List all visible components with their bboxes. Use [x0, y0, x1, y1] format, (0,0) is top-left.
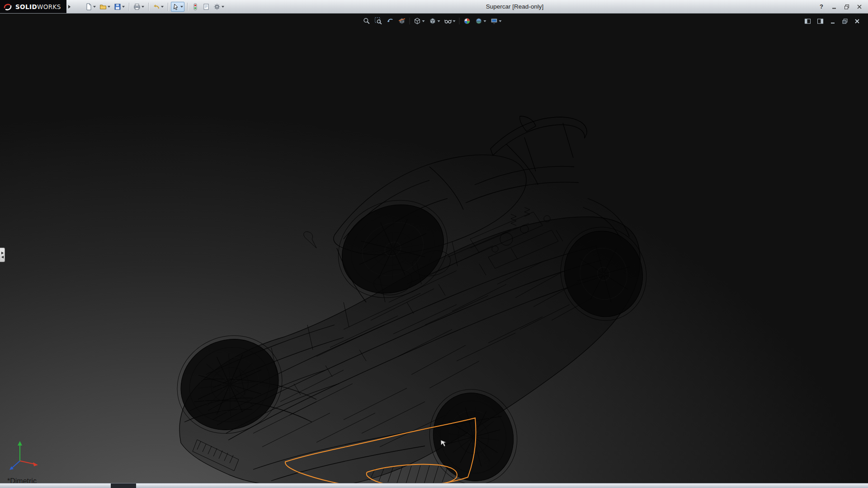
heads-up-view-toolbar [362, 16, 503, 26]
taskbar[interactable] [0, 483, 868, 488]
select-cursor-icon [172, 3, 179, 10]
dassault-systemes-logo-icon [3, 2, 13, 12]
minimize-button[interactable] [829, 2, 839, 11]
toolbar-separator [168, 3, 168, 11]
edit-appearance-button[interactable] [462, 16, 472, 26]
appearance-ball-icon [463, 17, 471, 25]
scene-sphere-icon [475, 17, 483, 25]
solidworks-wordmark: SOLIDWORKS [15, 3, 61, 10]
section-view-button[interactable] [397, 16, 407, 26]
zoom-fit-icon [363, 17, 371, 25]
menubar: SOLIDWORKS [0, 0, 868, 14]
save-icon [114, 3, 121, 10]
view-orientation-label: *Dimetric [7, 477, 37, 483]
display-style-cube-icon [429, 17, 437, 25]
close-button[interactable] [854, 2, 864, 11]
previous-view-icon [387, 17, 394, 25]
pane-right-icon [817, 18, 824, 24]
collapse-pane-arrow-icon [1, 256, 4, 258]
model-wireframe-supercar[interactable] [0, 13, 868, 483]
taskbar-item[interactable] [111, 483, 136, 488]
print-button[interactable] [132, 2, 146, 12]
print-icon [133, 3, 141, 10]
toolbar-separator [187, 3, 188, 11]
previous-view-button[interactable] [385, 16, 396, 26]
options-button[interactable] [212, 2, 226, 12]
view-orientation-cube-icon [414, 17, 421, 25]
close-icon [857, 4, 862, 9]
restore-icon [844, 4, 849, 9]
document-restore-icon [842, 18, 848, 24]
help-button[interactable]: ? [816, 2, 826, 11]
eyeglasses-icon [444, 17, 452, 25]
document-minimize-icon [830, 18, 836, 24]
view-settings-icon [491, 17, 498, 25]
document-close-icon [854, 18, 860, 24]
minimize-icon [831, 4, 837, 9]
toolbar-separator [129, 3, 129, 11]
new-document-icon [85, 3, 92, 10]
undo-button[interactable] [151, 2, 165, 12]
toolbar-separator [410, 18, 410, 24]
view-orientation-button[interactable] [412, 16, 426, 26]
window-title: Supercar [Read-only] [486, 0, 544, 13]
open-folder-icon [99, 3, 107, 10]
restore-button[interactable] [842, 2, 852, 11]
select-button[interactable] [171, 2, 184, 12]
zoom-to-area-button[interactable] [373, 16, 384, 26]
document-close-button[interactable] [853, 17, 862, 26]
pane-left-button[interactable] [803, 17, 812, 26]
apply-scene-button[interactable] [474, 16, 488, 26]
reference-triad [8, 437, 44, 471]
document-restore-button[interactable] [840, 17, 849, 26]
feature-pane-splitter[interactable] [0, 248, 5, 262]
options-gear-icon [213, 3, 221, 10]
toolbar-separator [459, 18, 460, 24]
section-view-icon [398, 17, 406, 25]
menu-expand-arrow[interactable] [66, 0, 73, 13]
file-properties-icon [203, 3, 210, 10]
pane-left-icon [804, 18, 811, 24]
undo-arrow-icon [153, 3, 160, 10]
standard-toolbar [84, 2, 226, 12]
save-button[interactable] [113, 2, 126, 12]
solidworks-logo[interactable]: SOLIDWORKS [0, 0, 66, 13]
view-settings-button[interactable] [489, 16, 503, 26]
expand-pane-arrow-icon [1, 252, 4, 254]
document-window-controls [803, 17, 862, 26]
rebuild-button[interactable] [190, 2, 200, 12]
open-button[interactable] [98, 2, 112, 12]
window-controls: ? [816, 0, 864, 13]
graphics-viewport[interactable]: *Dimetric [0, 13, 868, 483]
new-document-button[interactable] [84, 2, 97, 12]
toolbar-separator [148, 3, 149, 11]
solidworks-window: SOLIDWORKS [0, 0, 868, 488]
display-style-button[interactable] [428, 16, 442, 26]
help-icon: ? [820, 3, 823, 10]
zoom-area-icon [375, 17, 382, 25]
zoom-to-fit-button[interactable] [362, 16, 372, 26]
hide-show-items-button[interactable] [443, 16, 457, 26]
document-minimize-button[interactable] [828, 17, 837, 26]
rebuild-traffic-light-icon [192, 3, 199, 10]
file-properties-button[interactable] [201, 2, 211, 12]
pane-right-button[interactable] [816, 17, 825, 26]
